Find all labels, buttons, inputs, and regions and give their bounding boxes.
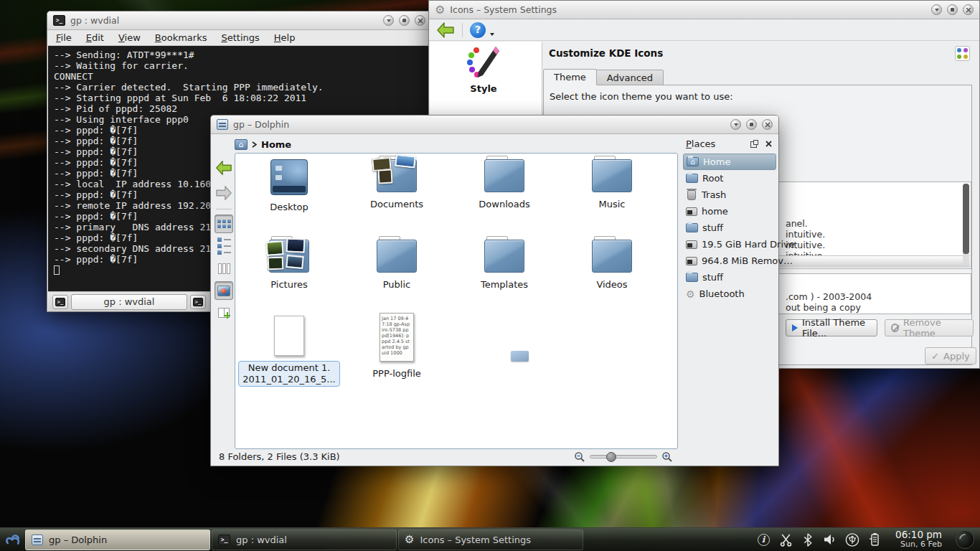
tab-list-button[interactable]: >_	[190, 295, 206, 309]
place-item-removable[interactable]: 964.8 MiB Remov…	[683, 253, 776, 269]
details-view-button[interactable]	[215, 237, 233, 255]
clock[interactable]: 06:10 pm Sun, 6 Feb	[895, 529, 942, 550]
file-item[interactable]: Pictures	[235, 240, 343, 290]
battery-icon[interactable]	[867, 532, 882, 547]
task-dolphin[interactable]: gp – Dolphin	[25, 529, 210, 550]
drive-icon	[686, 207, 697, 216]
file-item[interactable]: Jan 17 09:4 7:18 gp-Asp ire-5738 pp pd[1…	[343, 313, 451, 379]
columns-view-icon	[218, 263, 230, 274]
file-item[interactable]: Downloads	[451, 159, 558, 209]
menu-edit[interactable]: Edit	[86, 32, 104, 43]
zoom-slider-handle[interactable]	[606, 452, 616, 462]
minimize-button[interactable]	[730, 119, 741, 130]
sidebar-item-label: Style	[437, 83, 530, 94]
dolphin-window: gp – Dolphin Home	[210, 115, 779, 466]
breadcrumb-home[interactable]: Home	[261, 139, 291, 150]
home-folder-icon[interactable]	[235, 139, 248, 150]
zoom-in-icon[interactable]	[661, 451, 673, 463]
module-heading: Customize KDE Icons	[549, 47, 663, 59]
file-item[interactable]: Templates	[451, 240, 558, 290]
folder-icon	[377, 240, 417, 273]
sidebar-item-style[interactable]: Style	[437, 45, 530, 94]
place-item-root[interactable]: Root	[683, 170, 776, 187]
screen: >_ gp : wvdial File Edit View Bookmarks …	[0, 0, 980, 551]
status-text: 8 Folders, 2 Files (3.3 KiB)	[219, 451, 340, 462]
file-item[interactable]: Desktop	[235, 159, 343, 212]
list-scrollbar[interactable]	[963, 184, 969, 265]
klipper-scissors-icon[interactable]	[778, 532, 793, 547]
menu-settings[interactable]: Settings	[221, 32, 259, 43]
icons-view-icon	[217, 220, 231, 228]
folder-icon	[592, 159, 632, 192]
close-button[interactable]	[762, 119, 773, 130]
back-button[interactable]	[436, 22, 455, 39]
folder-icon	[484, 159, 524, 192]
bluetooth-icon[interactable]	[801, 532, 815, 547]
help-button[interactable]	[470, 22, 486, 38]
file-item[interactable]: Public	[343, 240, 451, 290]
tab-advanced[interactable]: Advanced	[597, 70, 664, 85]
settings-titlebar[interactable]: Icons – System Settings	[429, 1, 979, 19]
zoom-slider[interactable]	[590, 455, 657, 458]
forward-button[interactable]	[214, 182, 234, 204]
install-theme-button[interactable]: Install Theme File...	[786, 319, 877, 336]
usb-device-icon[interactable]	[845, 532, 859, 547]
place-item-stuff2[interactable]: stuff	[683, 269, 776, 286]
settings-toolbar	[429, 19, 979, 41]
detach-panel-icon[interactable]	[750, 140, 758, 148]
panel-toolbox-icon[interactable]	[956, 530, 974, 549]
place-item-home[interactable]: Home	[683, 154, 776, 170]
task-system-settings[interactable]: Icons – System Settings	[398, 529, 583, 550]
split-view-button[interactable]	[215, 303, 233, 322]
place-item-stuff[interactable]: stuff	[683, 220, 776, 236]
menu-file[interactable]: File	[56, 32, 72, 43]
terminal-titlebar[interactable]: >_ gp : wvdial	[47, 11, 431, 30]
file-item[interactable]: Music	[558, 159, 666, 209]
place-item-trash[interactable]: Trash	[683, 187, 776, 203]
file-item-selected[interactable]: New document 1. 2011_01_20_16_5...	[235, 316, 343, 387]
new-tab-button[interactable]: >_	[52, 295, 68, 309]
columns-view-button[interactable]	[215, 259, 233, 278]
zoom-out-icon[interactable]	[574, 451, 585, 463]
place-item-hard-drive[interactable]: 19.5 GiB Hard Drive	[683, 236, 776, 253]
maximize-button[interactable]	[746, 119, 757, 130]
maximize-button[interactable]	[399, 15, 410, 26]
terminal-menubar: File Edit View Bookmarks Settings Help	[47, 30, 431, 46]
close-panel-icon[interactable]	[765, 141, 772, 147]
chevron-down-icon[interactable]	[490, 33, 494, 36]
preview-button[interactable]	[215, 281, 233, 300]
dolphin-titlebar[interactable]: gp – Dolphin	[211, 116, 778, 134]
minimize-button[interactable]	[383, 15, 394, 26]
task-wvdial[interactable]: >_ gp : wvdial	[212, 529, 397, 550]
file-item[interactable]: Documents	[343, 159, 451, 209]
minimize-button[interactable]	[931, 4, 942, 15]
tab-theme[interactable]: Theme	[543, 69, 597, 85]
dolphin-title: gp – Dolphin	[233, 119, 289, 130]
checkmark-icon	[931, 351, 939, 362]
app-launcher-button[interactable]	[0, 528, 24, 551]
remove-theme-button[interactable]: Remove Theme	[885, 319, 974, 336]
desktop-folder-icon	[270, 159, 308, 195]
menu-view[interactable]: View	[118, 32, 141, 43]
place-item-bluetooth[interactable]: Bluetooth	[683, 286, 776, 302]
place-item-home-drive[interactable]: home	[683, 203, 776, 220]
dolphin-icon	[217, 119, 228, 130]
close-button[interactable]	[963, 4, 974, 15]
file-item[interactable]: Videos	[558, 240, 666, 290]
volume-icon[interactable]	[823, 532, 837, 547]
system-tray: 06:10 pm Sun, 6 Feb	[756, 529, 980, 550]
apply-button[interactable]: Apply	[925, 347, 976, 364]
close-button[interactable]	[415, 15, 425, 26]
breadcrumb: Home	[235, 136, 291, 153]
menu-help[interactable]: Help	[274, 32, 296, 43]
pictures-folder-icon	[269, 240, 309, 273]
file-view[interactable]: Desktop Documents Downloads	[235, 153, 678, 449]
menu-bookmarks[interactable]: Bookmarks	[155, 32, 207, 43]
notifications-info-icon[interactable]	[756, 532, 771, 547]
document-icon	[274, 316, 304, 356]
icons-view-button[interactable]	[215, 215, 233, 233]
maximize-button[interactable]	[947, 4, 958, 15]
settings-tabs: Theme Advanced	[543, 69, 664, 85]
back-button[interactable]	[214, 157, 234, 179]
terminal-tab[interactable]: gp : wvdial	[71, 294, 187, 310]
